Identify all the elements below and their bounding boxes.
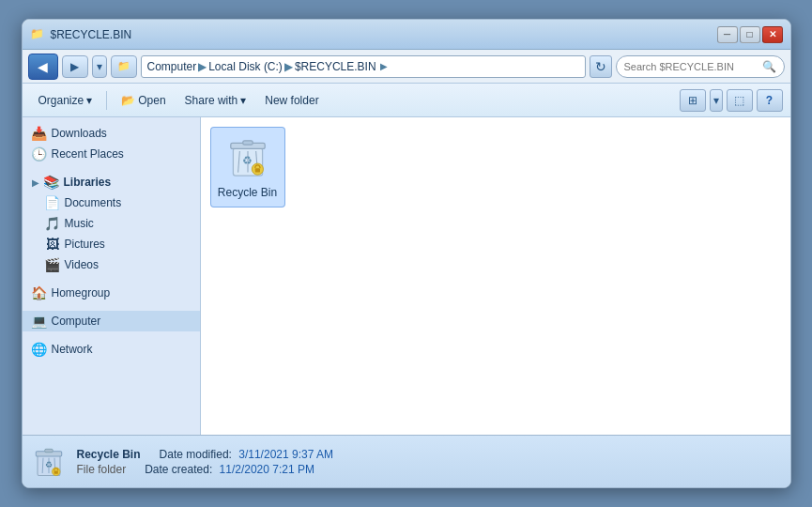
chevron-down-icon: ▾	[97, 60, 102, 73]
svg-rect-11	[44, 449, 53, 452]
maximize-button[interactable]: □	[740, 26, 760, 43]
title-bar-left: 📁 $RECYCLE.BIN	[30, 27, 132, 42]
sidebar-label-documents: Documents	[65, 196, 122, 209]
svg-text:♻: ♻	[45, 460, 53, 469]
minimize-button[interactable]: ─	[717, 26, 738, 43]
main-content: 📥 Downloads 🕒 Recent Places ▶ 📚 Librarie…	[23, 117, 790, 435]
documents-icon: 📄	[45, 195, 60, 210]
toolbar: Organize ▾ 📂 Open Share with ▾ New folde…	[23, 84, 790, 117]
libraries-icon: 📚	[44, 175, 59, 190]
sidebar-item-network[interactable]: 🌐 Network	[23, 339, 200, 360]
sidebar: 📥 Downloads 🕒 Recent Places ▶ 📚 Librarie…	[23, 117, 201, 435]
path-local-disk: Local Disk (C:)	[208, 60, 283, 73]
pane-button[interactable]: ⬚	[727, 89, 753, 112]
recycle-bin-icon: ♻	[223, 133, 272, 182]
svg-rect-17	[54, 470, 57, 473]
share-with-button[interactable]: Share with ▾	[176, 87, 255, 114]
path-separator-2: ▶	[284, 60, 293, 73]
status-modified-label: Date modified: 3/11/2021 9:37 AM	[160, 448, 333, 461]
sidebar-item-music[interactable]: 🎵 Music	[23, 213, 200, 234]
sidebar-label-downloads: Downloads	[52, 127, 107, 140]
folder-icon: 📁	[117, 60, 130, 72]
explorer-window: 📁 $RECYCLE.BIN ─ □ ✕ ◀ ▶ ▾ 📁 Computer ▶ …	[22, 19, 791, 488]
help-button[interactable]: ?	[757, 89, 783, 112]
sidebar-item-documents[interactable]: 📄 Documents	[23, 192, 200, 213]
computer-icon: 💻	[32, 314, 47, 329]
status-recycle-bin-icon: ♻	[32, 445, 66, 479]
file-label-recycle-bin: Recycle Bin	[218, 186, 277, 201]
path-end-arrow: ▶	[380, 61, 388, 71]
sidebar-item-libraries[interactable]: ▶ 📚 Libraries	[23, 172, 200, 192]
share-dropdown-icon: ▾	[240, 94, 246, 107]
sidebar-label-music: Music	[65, 217, 94, 230]
new-folder-label: New folder	[265, 94, 318, 107]
sidebar-label-videos: Videos	[65, 258, 99, 271]
organize-label: Organize	[38, 94, 84, 107]
back-button[interactable]: ◀	[28, 54, 58, 80]
path-recycle-bin: $RECYCLE.BIN	[295, 60, 376, 73]
forward-button[interactable]: ▶	[62, 55, 88, 78]
downloads-icon: 📥	[32, 126, 47, 141]
window-title: $RECYCLE.BIN	[51, 28, 132, 41]
sidebar-item-videos[interactable]: 🎬 Videos	[23, 254, 200, 275]
sidebar-label-network: Network	[52, 343, 93, 356]
search-box[interactable]: 🔍	[616, 55, 785, 78]
sidebar-item-recent-places[interactable]: 🕒 Recent Places	[23, 144, 200, 164]
status-line-1: Recycle Bin Date modified: 3/11/2021 9:3…	[77, 448, 334, 461]
refresh-button[interactable]: ↻	[590, 55, 612, 78]
organize-button[interactable]: Organize ▾	[30, 87, 101, 114]
sidebar-label-pictures: Pictures	[65, 238, 105, 251]
view-grid-icon: ⊞	[688, 94, 697, 107]
search-icon: 🔍	[762, 60, 776, 73]
sidebar-label-libraries: Libraries	[64, 176, 112, 189]
status-line-2: File folder Date created: 11/2/2020 7:21…	[77, 463, 334, 476]
forward-icon: ▶	[70, 60, 79, 73]
libraries-collapse-icon: ▶	[32, 177, 39, 188]
refresh-icon: ↻	[595, 59, 606, 74]
view-chevron-icon: ▾	[713, 94, 719, 107]
file-area[interactable]: ♻ Recycle Bin	[201, 117, 790, 435]
dropdown-button[interactable]: ▾	[92, 55, 107, 78]
window-icon: 📁	[30, 27, 45, 42]
open-button[interactable]: 📂 Open	[113, 87, 174, 114]
status-bar: ♻ Recycle Bin Date modified: 3/11/2021 9…	[23, 435, 790, 487]
up-button[interactable]: 📁	[111, 55, 137, 78]
view-options-button[interactable]: ⊞	[680, 89, 706, 112]
sidebar-label-recent-places: Recent Places	[52, 147, 124, 161]
status-item-name: Recycle Bin	[77, 448, 141, 461]
path-computer: Computer	[147, 60, 197, 73]
address-path[interactable]: Computer ▶ Local Disk (C:) ▶ $RECYCLE.BI…	[141, 55, 586, 78]
help-icon: ?	[766, 94, 773, 107]
sidebar-item-pictures[interactable]: 🖼 Pictures	[23, 234, 200, 254]
address-bar: ◀ ▶ ▾ 📁 Computer ▶ Local Disk (C:) ▶ $RE…	[23, 50, 790, 84]
back-icon: ◀	[38, 59, 48, 74]
svg-text:♻: ♻	[242, 154, 253, 167]
svg-rect-2	[242, 141, 252, 145]
sidebar-item-homegroup[interactable]: 🏠 Homegroup	[23, 283, 200, 303]
status-created-label: Date created: 11/2/2020 7:21 PM	[145, 463, 314, 476]
share-with-label: Share with	[185, 94, 238, 107]
toolbar-right: ⊞ ▾ ⬚ ?	[680, 89, 783, 112]
sidebar-item-computer[interactable]: 💻 Computer	[23, 311, 200, 331]
homegroup-icon: 🏠	[32, 285, 47, 300]
title-bar: 📁 $RECYCLE.BIN ─ □ ✕	[23, 20, 790, 50]
network-icon: 🌐	[32, 342, 47, 357]
search-input[interactable]	[624, 61, 758, 72]
sidebar-item-downloads[interactable]: 📥 Downloads	[23, 123, 200, 144]
pane-icon: ⬚	[734, 94, 744, 107]
pictures-icon: 🖼	[45, 237, 60, 252]
sidebar-label-computer: Computer	[52, 315, 101, 328]
status-item-type: File folder	[77, 463, 127, 476]
recent-places-icon: 🕒	[32, 146, 47, 161]
open-label: Open	[138, 94, 165, 107]
sidebar-label-homegroup: Homegroup	[52, 286, 111, 300]
file-item-recycle-bin[interactable]: ♻ Recycle Bin	[210, 127, 285, 207]
new-folder-button[interactable]: New folder	[256, 87, 327, 114]
toolbar-separator-1	[106, 91, 107, 110]
view-dropdown-button[interactable]: ▾	[710, 89, 723, 112]
path-separator-1: ▶	[198, 60, 207, 73]
organize-dropdown-icon: ▾	[86, 94, 92, 107]
close-button[interactable]: ✕	[762, 26, 783, 43]
open-icon: 📂	[121, 94, 135, 107]
title-bar-controls: ─ □ ✕	[717, 26, 783, 43]
